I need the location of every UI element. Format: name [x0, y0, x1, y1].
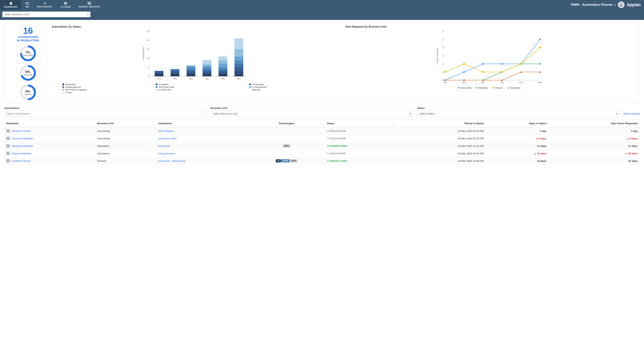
legend-item: Requested	[62, 83, 152, 86]
svg-text:# New Requests: # New Requests	[436, 48, 438, 64]
status-icon	[327, 145, 330, 148]
svg-line-113	[328, 139, 329, 140]
svg-text:0: 0	[148, 75, 150, 78]
svg-text:Dec: Dec	[189, 78, 193, 80]
user-avatar[interactable]	[618, 2, 624, 8]
svg-rect-115	[328, 146, 329, 147]
svg-rect-65	[234, 38, 243, 49]
person-icon	[619, 3, 623, 7]
bu-placeholder: Select Business Unit	[213, 112, 237, 115]
legend-item: Set Project Completion	[62, 88, 152, 91]
days-text: 15 days	[628, 160, 638, 162]
business-unit-select-top[interactable]: Select Business Unit ▾	[2, 12, 90, 17]
warn-text: ▲5 days	[536, 137, 546, 140]
filter-bu-label: Business Unit	[211, 106, 413, 110]
warn-text: ▲36 days	[626, 152, 638, 155]
requestor-link[interactable]: Christine Chenal	[11, 130, 30, 132]
business-unit-select[interactable]: Select Business Unit ▾	[211, 111, 413, 117]
nav-tab-icon	[88, 2, 91, 5]
svg-text:2: 2	[442, 63, 444, 65]
svg-rect-45	[202, 66, 212, 67]
svg-text:Dec: Dec	[481, 81, 485, 84]
svg-text:Oct: Oct	[443, 81, 446, 84]
svg-text:25: 25	[147, 30, 150, 32]
th-tech[interactable]: Technologies	[248, 120, 325, 127]
chevron-down-icon: ▾	[616, 112, 617, 115]
th-bu[interactable]: Business Unit	[95, 120, 156, 127]
days-text: 1 day	[540, 130, 546, 132]
svg-point-110	[327, 130, 329, 132]
svg-rect-44	[202, 67, 212, 69]
automation-link[interactable]: jh browser	[158, 144, 170, 148]
tech-cell	[248, 135, 325, 142]
tech-cell	[248, 150, 325, 157]
moved-cell: 10 Mar 2020 10:30 AM	[396, 157, 486, 165]
table-row: Christine Chenal Finance Insurance – Pro…	[4, 157, 640, 165]
nav-tab-pending-requests[interactable]: PENDING REQUESTS	[75, 0, 104, 10]
brand-logo: Appian	[627, 2, 640, 7]
kpi-number: 16	[23, 26, 33, 35]
svg-rect-93	[539, 63, 541, 65]
svg-rect-28	[170, 74, 180, 76]
svg-rect-51	[218, 71, 227, 73]
donut-pct: 75%	[25, 50, 31, 54]
requestor-link[interactable]: Johanne Handfield	[11, 144, 33, 148]
svg-rect-42	[202, 71, 212, 73]
svg-rect-54	[218, 64, 227, 67]
automation-link[interactable]: Hiring process	[158, 152, 174, 155]
th-days-status[interactable]: Days in Status	[486, 120, 548, 127]
svg-rect-55	[218, 60, 227, 64]
th-automation[interactable]: Automation	[156, 120, 248, 127]
automation-link[interactable]: SAP Request	[158, 130, 174, 132]
reset-search-link[interactable]: Reset Search	[624, 112, 640, 117]
moved-cell: 23 Mar 2020 04:29 PM	[396, 127, 486, 135]
kpi-label-line1: AUTOMATIONS	[18, 36, 38, 38]
nav-tab-systems[interactable]: SYSTEMS	[57, 0, 75, 10]
kpi-panel: 16 AUTOMATIONS IN PRODUCTION 75% using B…	[8, 25, 48, 101]
automation-link[interactable]: Insurance – Processing	[158, 160, 185, 162]
donut-sub: using AI	[24, 93, 32, 96]
donut-sub: using BPM	[24, 54, 32, 56]
tech-tag-ai: AI	[276, 159, 281, 162]
donut-using-AI: 50% using AI	[20, 84, 36, 101]
requestor-link[interactable]: Johanne Handfield	[11, 137, 33, 140]
svg-text:Oct: Oct	[157, 78, 160, 80]
svg-text:1: 1	[442, 71, 444, 73]
warn-text: ▲5 days	[627, 137, 638, 140]
svg-rect-24	[155, 74, 164, 76]
th-requestor[interactable]: Requestor	[4, 120, 95, 127]
nav-tab-roi[interactable]: ROI	[22, 0, 33, 10]
svg-rect-8	[88, 4, 91, 4]
svg-rect-3	[66, 2, 67, 3]
nav-tab-new-request[interactable]: NEW REQUEST	[33, 0, 57, 10]
status-icon	[327, 160, 330, 162]
legend-item: Set Project Start	[156, 86, 245, 88]
svg-rect-94	[444, 71, 446, 73]
search-automations-input[interactable]	[4, 111, 206, 117]
requestor-link[interactable]: Anthony Matthew	[11, 152, 31, 155]
legend-item: Rejected	[249, 88, 339, 91]
requestor-link[interactable]: Christine Chenal	[11, 160, 30, 162]
automation-link[interactable]: automation ABC	[158, 137, 177, 140]
status-select[interactable]: Select Status ▾	[417, 111, 619, 117]
svg-point-1	[27, 3, 28, 4]
nav-tab-label: DASHBOARD	[4, 6, 18, 8]
top-navigation: DASHBOARDROINEW REQUESTSYSTEMSPENDING RE…	[0, 0, 644, 10]
nav-tab-dashboard[interactable]: DASHBOARD	[0, 0, 22, 10]
svg-marker-109	[507, 87, 509, 88]
svg-line-117	[328, 154, 329, 154]
svg-rect-52	[218, 69, 227, 71]
svg-point-112	[327, 138, 329, 139]
th-status[interactable]: Status↓	[325, 120, 396, 127]
line-chart: 0123456# New RequestsOctNovDecJanFebMar	[346, 29, 633, 85]
filter-status: Status Select Status ▾	[417, 106, 619, 117]
app-title-dropdown[interactable]: RWM - Automation Planner ▾	[571, 3, 616, 7]
svg-text:Nov: Nov	[462, 81, 466, 84]
th-moved[interactable]: Moved to Status	[396, 120, 486, 127]
line-chart-legend: AccountingMarketingFinanceOperations	[346, 87, 633, 89]
svg-text:5: 5	[442, 38, 444, 41]
svg-rect-53	[218, 67, 227, 69]
th-days-req[interactable]: Days Since Requested	[548, 120, 640, 127]
moved-cell: 13 Mar 2020 12:20 AM	[396, 142, 486, 150]
svg-rect-114	[327, 145, 329, 146]
